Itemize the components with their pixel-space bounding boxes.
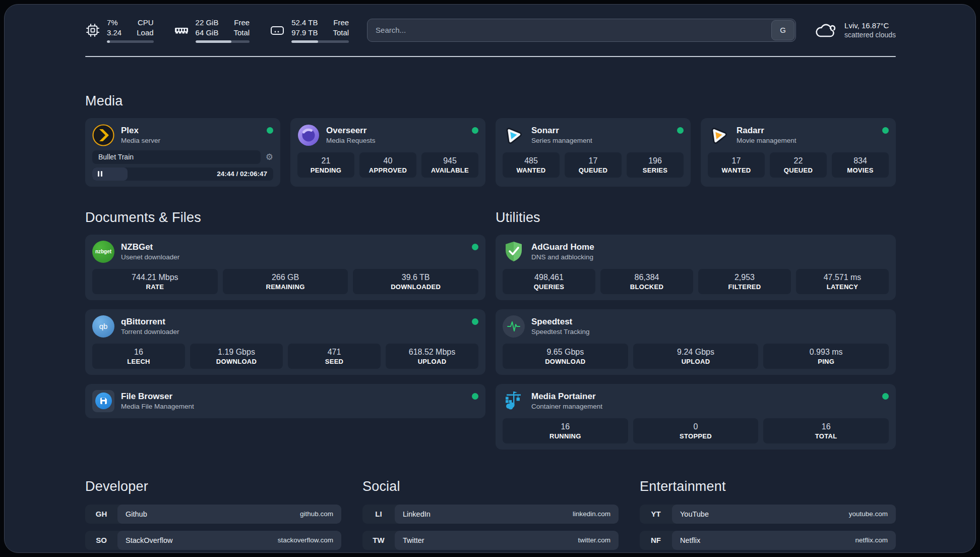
overseerr-card[interactable]: Overseerr Media Requests 21PENDING 40APP…	[290, 118, 485, 187]
radarr-card[interactable]: Radarr Movie management 17WANTED 22QUEUE…	[701, 118, 896, 187]
app-subtitle: DNS and adblocking	[531, 253, 889, 261]
status-online-dot	[472, 127, 478, 134]
app-subtitle: Media Requests	[326, 137, 465, 144]
status-online-dot	[677, 127, 684, 134]
app-subtitle: Torrent downloader	[121, 328, 465, 336]
portainer-card[interactable]: Media Portainer Container management 16R…	[496, 384, 896, 450]
plex-card[interactable]: Plex Media server Bullet Train ⚙ 24:44 /…	[85, 118, 280, 187]
stat-download: 1.19 GbpsDOWNLOAD	[190, 344, 283, 369]
link-youtube[interactable]: YT YouTubeyoutube.com	[640, 505, 896, 524]
app-subtitle: Media server	[121, 137, 260, 144]
link-url: stackoverflow.com	[278, 536, 333, 544]
stat-ping: 0.993 msPING	[763, 344, 889, 369]
link-linkedin[interactable]: LI LinkedInlinkedin.com	[362, 505, 619, 524]
section-title-media: Media	[85, 93, 896, 109]
cloud-icon	[814, 22, 837, 39]
app-name: NZBGet	[121, 242, 465, 252]
social-section: Social LI LinkedInlinkedin.com TW Twitte…	[362, 479, 619, 550]
section-title-developer: Developer	[85, 479, 341, 494]
stat-leech: 16LEECH	[92, 344, 185, 369]
link-url: youtube.com	[849, 510, 888, 518]
app-name: AdGuard Home	[531, 242, 889, 252]
weather-condition: scattered clouds	[844, 31, 896, 39]
app-subtitle: Movie management	[737, 137, 876, 144]
stat-total: 16TOTAL	[763, 418, 889, 443]
qbittorrent-card[interactable]: qb qBittorrent Torrent downloader 16LEEC…	[85, 309, 485, 375]
cpu-label: CPU	[137, 18, 153, 28]
stat-latency: 47.571 msLATENCY	[796, 269, 889, 294]
section-title-utilities: Utilities	[496, 210, 896, 226]
pause-icon[interactable]	[98, 171, 102, 177]
speedtest-card[interactable]: Speedtest Speedtest Tracking 9.65 GbpsDO…	[496, 309, 896, 375]
link-name: YouTube	[680, 510, 709, 518]
app-subtitle: Media File Management	[121, 403, 465, 410]
app-name: Media Portainer	[531, 392, 876, 402]
stat-queued: 22QUEUED	[770, 152, 827, 178]
link-github[interactable]: GH Githubgithub.com	[85, 505, 341, 524]
status-online-dot	[267, 127, 273, 134]
stat-download: 9.65 GbpsDOWNLOAD	[503, 344, 628, 369]
sonarr-icon	[503, 124, 525, 146]
app-name: Plex	[121, 126, 260, 136]
portainer-icon	[503, 390, 525, 412]
stat-remaining: 266 GBREMAINING	[223, 269, 348, 294]
memory-free: 22 GiB	[196, 18, 219, 28]
link-stackoverflow[interactable]: SO StackOverflowstackoverflow.com	[85, 531, 341, 550]
storage-free: 52.4 TB	[291, 18, 318, 28]
nzbget-card[interactable]: nzbget NZBGet Usenet downloader 744.21 M…	[85, 235, 485, 300]
adguard-icon	[503, 241, 525, 263]
search-input[interactable]	[367, 19, 796, 42]
stat-movies: 834MOVIES	[832, 152, 889, 178]
link-abbr: NF	[640, 531, 672, 550]
stat-pending: 21PENDING	[297, 152, 354, 178]
storage-total: 97.9 TB	[291, 28, 318, 38]
storage-total-label: Total	[333, 28, 349, 38]
nzbget-icon: nzbget	[92, 241, 114, 263]
storage-free-label: Free	[333, 18, 349, 28]
link-name: Github	[126, 510, 147, 518]
gear-icon[interactable]: ⚙	[266, 153, 273, 161]
stat-rate: 744.21 MbpsRATE	[92, 269, 218, 294]
memory-total: 64 GiB	[196, 28, 219, 38]
app-name: Speedtest	[531, 317, 889, 327]
documents-section: Documents & Files nzbget NZBGet Usenet d…	[85, 210, 485, 418]
stat-running: 16RUNNING	[503, 418, 628, 443]
now-playing-track: Bullet Train	[92, 150, 261, 164]
weather-location-temp: Lviv, 16.87°C	[844, 21, 896, 30]
status-online-dot	[472, 244, 478, 250]
qbittorrent-icon: qb	[92, 315, 114, 338]
link-url: github.com	[300, 510, 333, 518]
cpu-icon	[85, 23, 100, 38]
search-engine-button[interactable]: G	[771, 20, 794, 40]
stat-wanted: 485WANTED	[503, 152, 560, 178]
playback-progress-bar: 24:44 / 02:06:47	[92, 168, 273, 181]
plex-icon	[92, 124, 114, 146]
stat-seed: 471SEED	[288, 344, 381, 369]
cpu-progress-bar	[107, 40, 154, 43]
link-url: netflix.com	[855, 536, 888, 544]
link-name: StackOverflow	[126, 536, 172, 544]
memory-progress-bar	[196, 40, 250, 43]
utilities-section: Utilities AdGuard Home	[496, 210, 896, 450]
app-name: qBittorrent	[121, 317, 465, 327]
cpu-load: 3.24	[107, 28, 121, 38]
playback-time: 24:44 / 02:06:47	[217, 170, 273, 178]
stat-blocked: 86,384BLOCKED	[600, 269, 693, 294]
dashboard-panel: 7% CPU 3.24 Load	[4, 4, 976, 553]
stat-upload: 9.24 GbpsUPLOAD	[633, 344, 759, 369]
link-netflix[interactable]: NF Netflixnetflix.com	[640, 531, 896, 550]
section-title-entertainment: Entertainment	[640, 479, 896, 494]
app-subtitle: Container management	[531, 403, 876, 410]
ram-icon	[174, 23, 189, 38]
link-abbr: YT	[640, 505, 672, 524]
radarr-icon	[708, 124, 730, 146]
link-name: LinkedIn	[403, 510, 431, 518]
link-twitter[interactable]: TW Twittertwitter.com	[362, 531, 619, 550]
memory-total-label: Total	[233, 28, 250, 38]
app-name: File Browser	[121, 392, 465, 402]
adguard-card[interactable]: AdGuard Home DNS and adblocking 498,461Q…	[496, 235, 896, 300]
sonarr-card[interactable]: Sonarr Series management 485WANTED 17QUE…	[496, 118, 691, 187]
stat-approved: 40APPROVED	[359, 152, 416, 178]
stat-stopped: 0STOPPED	[633, 418, 759, 443]
filebrowser-card[interactable]: File Browser Media File Management	[85, 384, 485, 418]
